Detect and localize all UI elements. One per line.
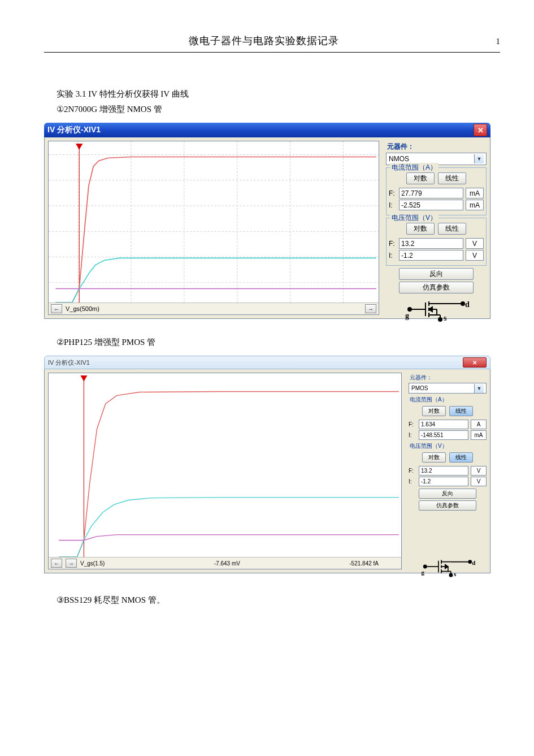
status-bar: ← V_gs(500m) → [49,303,379,314]
voltage-range-legend: 电压范围（V） [390,213,439,223]
current-range-legend: 电流范围（A） [390,163,439,172]
iv-curves-chart-2 [49,373,401,557]
curve-high [56,157,376,303]
log-button[interactable]: 对数 [422,406,446,416]
chevron-down-icon[interactable]: ▼ [474,154,484,163]
voltage-range-group: 电压范围（V） 对数 线性 F: 13.2 V I: -1.2 V [386,218,487,266]
iv-analyzer-window-2: IV 分析仪-XIV1 ✕ ← → V_gs(1.5) -7.643 mV [44,356,490,573]
status-bar: ← → V_gs(1.5) -7.643 mV -521.842 fA [49,557,401,569]
svg-text:s: s [454,571,457,577]
curve-low [59,535,399,541]
page-header-title: 微电子器件与电路实验数据记录 [44,34,483,47]
item-2-label: ②PHP125 增强型 PMOS 管 [57,335,500,350]
component-label: 元器件： [387,142,487,152]
current-i-input[interactable]: -2.525 [399,200,463,210]
i-label: I: [389,252,397,260]
svg-text:g: g [421,569,424,576]
status-label: V_gs(500m) [66,305,99,312]
plot-area[interactable]: ← V_gs(500m) → [48,141,379,315]
linear-button[interactable]: 线性 [449,406,473,416]
curve-mid [56,258,376,303]
voltage-f-unit[interactable]: V [471,466,487,476]
current-f-input[interactable]: 27.779 [399,188,463,198]
current-range-legend: 电流范围（A） [410,396,487,404]
component-dropdown[interactable]: PMOS ▼ [409,383,487,394]
f-label: F: [409,421,416,427]
svg-text:d: d [465,300,470,309]
current-i-input[interactable]: -148.551 [419,430,468,440]
linear-button[interactable]: 线性 [438,172,466,184]
voltage-i-unit[interactable]: V [471,477,487,486]
log-button[interactable]: 对数 [406,172,435,184]
title-bar[interactable]: IV 分析仪-XIV1 ✕ [44,123,490,137]
voltage-f-input[interactable]: 13.2 [399,238,463,249]
current-f-unit[interactable]: mA [466,188,484,198]
chevron-down-icon[interactable]: ▼ [474,384,484,393]
voltage-f-input[interactable]: 13.2 [419,466,468,476]
arrow-right-icon[interactable]: → [66,559,77,568]
mosfet-symbol-icon: g s d [409,556,487,578]
iv-analyzer-window-1: IV 分析仪-XIV1 ✕ [44,123,490,319]
svg-point-27 [439,318,442,321]
component-value: NMOS [389,155,409,163]
arrow-right-icon[interactable]: → [365,304,376,313]
svg-point-28 [461,302,464,305]
svg-point-48 [468,560,471,563]
voltage-i-input[interactable]: -1.2 [399,250,463,261]
arrow-left-icon[interactable]: ← [51,559,62,568]
i-label: I: [409,432,416,438]
item-3-label: ③BSS129 耗尽型 NMOS 管。 [57,593,500,608]
i-label: I: [389,201,397,209]
sim-params-button[interactable]: 仿真参数 [399,282,474,293]
log-button[interactable]: 对数 [422,452,446,463]
status-right-value: -521.842 fA [349,560,379,567]
current-i-unit[interactable]: mA [471,430,487,440]
f-label: F: [389,240,397,248]
current-f-unit[interactable]: A [471,420,487,429]
svg-point-26 [408,308,411,311]
curve-high [59,392,399,558]
mosfet-symbol-icon: g s d [386,297,487,324]
f-label: F: [389,189,397,197]
current-range-group: 电流范围（A） 对数 线性 F: 1.634 A I: -148.551 mA [409,396,487,440]
log-button[interactable]: 对数 [406,223,435,235]
side-panel: 元器件： NMOS ▼ 电流范围（A） 对数 线性 F: 27.779 mA [383,137,490,318]
side-panel: 元器件： PMOS ▼ 电流范围（A） 对数 线性 F: 1.634 A [405,369,490,573]
window-title: IV 分析仪-XIV1 [48,358,90,367]
svg-text:g: g [405,312,409,320]
f-label: F: [409,468,416,474]
voltage-i-unit[interactable]: V [466,250,484,261]
status-mid-value: -7.643 mV [214,560,240,567]
component-label: 元器件： [410,374,487,382]
linear-button[interactable]: 线性 [449,452,473,463]
plot-area[interactable]: ← → V_gs(1.5) -7.643 mV -521.842 fA [48,373,402,569]
svg-text:d: d [472,559,475,566]
voltage-range-group: 电压范围（V） 对数 线性 F: 13.2 V I: -1.2 V [409,442,487,486]
current-range-group: 电流范围（A） 对数 线性 F: 27.779 mA I: -2.525 mA [386,167,487,215]
linear-button[interactable]: 线性 [438,223,466,235]
reverse-button[interactable]: 反向 [399,268,474,280]
voltage-i-input[interactable]: -1.2 [419,477,468,486]
current-i-unit[interactable]: mA [466,200,484,210]
voltage-range-legend: 电压范围（V） [410,442,487,450]
reverse-button[interactable]: 反向 [419,489,476,499]
svg-point-46 [424,565,427,568]
curve-mid [59,498,399,557]
close-icon[interactable]: ✕ [474,124,487,136]
arrow-left-icon[interactable]: ← [51,304,62,313]
svg-point-47 [449,574,452,577]
iv-curves-chart-1 [49,141,379,303]
current-f-input[interactable]: 1.634 [419,420,468,429]
item-1-label: ①2N7000G 增强型 NMOS 管 [57,102,500,117]
window-title: IV 分析仪-XIV1 [47,125,101,135]
title-bar[interactable]: IV 分析仪-XIV1 ✕ [44,356,490,369]
svg-text:s: s [444,314,447,322]
component-value: PMOS [411,385,428,391]
i-label: I: [409,478,416,485]
sim-params-button[interactable]: 仿真参数 [419,500,476,511]
close-icon[interactable]: ✕ [463,357,487,368]
status-label: V_gs(1.5) [80,560,105,567]
page-number: 1 [483,37,500,46]
header-divider [44,52,500,53]
voltage-f-unit[interactable]: V [466,238,484,249]
